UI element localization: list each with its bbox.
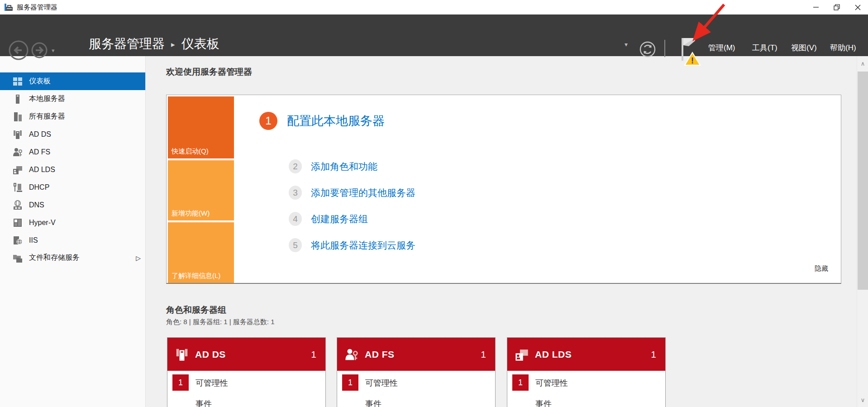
manageability-row: 1 可管理性	[337, 374, 495, 391]
ad-ds-icon	[175, 348, 189, 361]
manageability-link[interactable]: 可管理性	[365, 378, 398, 388]
notifications-flag-button[interactable]: !	[678, 36, 701, 66]
step-link[interactable]: 将此服务器连接到云服务	[311, 239, 415, 252]
step-number-badge: 1	[259, 112, 277, 130]
ad-lds-icon	[515, 348, 529, 361]
role-card-ad-fs: AD FS 1 1 可管理性 事件	[337, 337, 496, 407]
restore-button[interactable]	[826, 0, 847, 14]
manageability-link[interactable]: 可管理性	[196, 378, 228, 388]
role-card-name: AD FS	[365, 349, 395, 360]
sidebar-item-label: AD DS	[29, 130, 51, 139]
close-icon	[855, 5, 861, 10]
sidebar-item-local-server[interactable]: 本地服务器	[0, 90, 145, 108]
nav-history-caret-icon[interactable]: ▾	[52, 47, 55, 54]
sidebar-item-label: IIS	[29, 236, 38, 244]
role-card-name: AD DS	[195, 349, 226, 360]
step-add-other-servers: 3 添加要管理的其他服务器	[289, 186, 415, 200]
events-row: 事件	[507, 393, 665, 407]
server-manager-app-icon	[4, 3, 13, 12]
role-card-ad-lds: AD LDS 1 1 可管理性 事件	[507, 337, 666, 407]
whats-new-block[interactable]: 新增功能(W)	[168, 160, 234, 220]
sidebar-item-iis[interactable]: IIS	[0, 231, 145, 249]
header-divider	[664, 40, 665, 57]
hide-welcome-link[interactable]: 隐藏	[815, 264, 828, 273]
dns-icon	[13, 200, 23, 210]
window-title: 服务器管理器	[17, 3, 57, 12]
breadcrumb: 服务器管理器 ▸ 仪表板	[89, 35, 219, 53]
server-manager-window: 服务器管理器	[0, 0, 868, 407]
alert-count-badge[interactable]: 1	[342, 374, 358, 391]
back-button[interactable]	[8, 40, 29, 61]
sidebar-item-dhcp[interactable]: DHCP	[0, 178, 145, 196]
events-link[interactable]: 事件	[535, 398, 552, 407]
menu-view[interactable]: 视图(V)	[791, 43, 817, 53]
menu-manage[interactable]: 管理(M)	[708, 43, 735, 53]
step-configure-local-server: 1 配置此本地服务器	[259, 112, 385, 130]
quick-start-label: 快速启动(Q)	[172, 147, 209, 156]
menu-tools[interactable]: 工具(T)	[752, 43, 777, 53]
breadcrumb-current[interactable]: 仪表板	[181, 35, 219, 53]
quick-start-block[interactable]: 快速启动(Q)	[168, 96, 234, 158]
sidebar-item-label: Hyper-V	[29, 219, 56, 227]
sidebar-item-dns[interactable]: DNS	[0, 196, 145, 214]
scroll-up-button[interactable]: ∧	[857, 56, 868, 71]
header-caret-icon[interactable]: ▾	[625, 41, 628, 48]
manageability-link[interactable]: 可管理性	[535, 378, 568, 388]
role-card-ad-ds: AD DS 1 1 可管理性 事件	[167, 337, 326, 407]
scrollbar-thumb[interactable]	[858, 72, 868, 290]
events-link[interactable]: 事件	[196, 398, 212, 407]
sidebar-item-dashboard[interactable]: 仪表板	[0, 72, 145, 90]
forward-button[interactable]	[31, 42, 48, 59]
role-card-name: AD LDS	[535, 349, 572, 360]
step-number-badge: 4	[289, 212, 302, 226]
sidebar-item-ad-fs[interactable]: AD FS	[0, 143, 145, 161]
role-card-count: 1	[481, 349, 486, 360]
welcome-heading: 欢迎使用服务器管理器	[166, 66, 252, 78]
alert-count-badge[interactable]: 1	[172, 374, 189, 391]
roles-summary: 角色: 8 | 服务器组: 1 | 服务器总数: 1	[166, 318, 275, 326]
role-card-header[interactable]: AD DS 1	[167, 338, 325, 371]
refresh-button[interactable]	[639, 41, 656, 60]
breadcrumb-root[interactable]: 服务器管理器	[89, 35, 165, 53]
all-servers-icon	[13, 112, 23, 122]
breadcrumb-separator-icon: ▸	[171, 40, 175, 49]
vertical-scrollbar[interactable]: ∧ ∨	[857, 56, 868, 407]
step-number-badge: 5	[289, 238, 302, 252]
scroll-down-button[interactable]: ∨	[857, 393, 868, 407]
sidebar-item-label: 文件和存储服务	[29, 253, 80, 263]
role-card-header[interactable]: AD LDS 1	[507, 338, 665, 371]
expand-chevron-icon[interactable]: ▷	[136, 254, 141, 262]
sidebar-item-ad-lds[interactable]: AD LDS	[0, 161, 145, 178]
step-create-server-group: 4 创建服务器组	[289, 212, 368, 226]
step-link[interactable]: 创建服务器组	[311, 213, 368, 225]
ad-fs-icon	[13, 147, 23, 157]
step-link[interactable]: 添加角色和功能	[311, 160, 377, 173]
welcome-tile: 快速启动(Q) 新增功能(W) 了解详细信息(L) 1 配置此本地服务器 2 添…	[166, 95, 841, 284]
warning-exclamation-glyph: !	[691, 56, 694, 65]
sidebar-item-label: DHCP	[29, 183, 49, 192]
sidebar-item-all-servers[interactable]: 所有服务器	[0, 108, 145, 125]
minimize-button[interactable]	[806, 0, 826, 14]
sidebar-item-label: AD LDS	[29, 166, 55, 174]
step-link[interactable]: 添加要管理的其他服务器	[311, 187, 415, 199]
learn-more-block[interactable]: 了解详细信息(L)	[168, 222, 234, 283]
file-storage-icon	[13, 253, 23, 263]
step-link[interactable]: 配置此本地服务器	[287, 113, 385, 129]
scroll-down-icon: ∨	[861, 397, 865, 403]
refresh-icon	[639, 41, 656, 58]
menu-help[interactable]: 帮助(H)	[830, 43, 856, 53]
role-card-header[interactable]: AD FS 1	[337, 338, 495, 371]
events-row: 事件	[337, 393, 495, 407]
dhcp-icon	[13, 182, 23, 192]
roles-section-heading: 角色和服务器组	[166, 304, 226, 316]
events-link[interactable]: 事件	[365, 398, 382, 407]
sidebar-item-hyper-v[interactable]: Hyper-V	[0, 214, 145, 231]
close-button[interactable]	[847, 0, 868, 14]
role-card-count: 1	[651, 349, 656, 360]
alert-count-badge[interactable]: 1	[512, 374, 529, 391]
restore-icon	[834, 4, 840, 10]
ad-lds-icon	[13, 165, 23, 175]
sidebar-item-ad-ds[interactable]: AD DS	[0, 125, 145, 143]
step-number-badge: 2	[289, 159, 302, 173]
sidebar-item-file-storage-services[interactable]: 文件和存储服务 ▷	[0, 249, 145, 267]
